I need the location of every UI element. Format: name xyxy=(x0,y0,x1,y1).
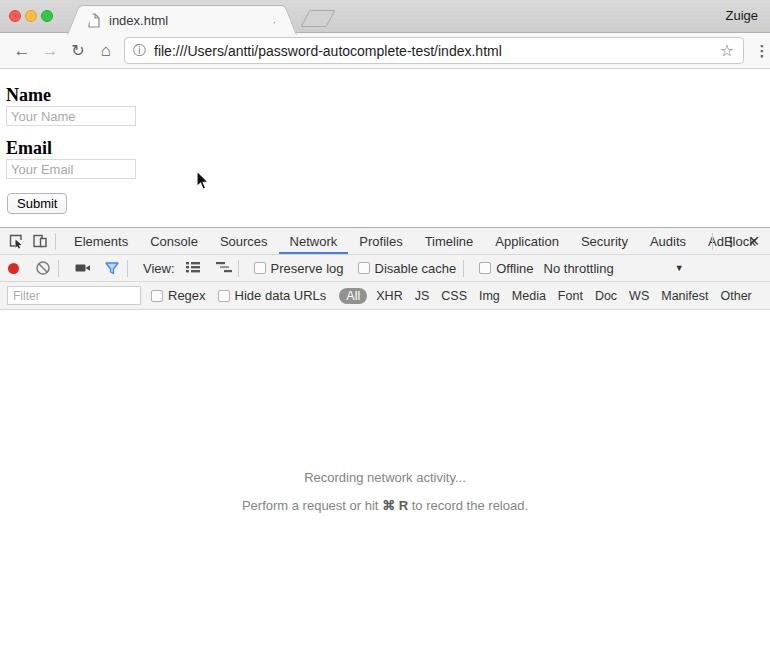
record-button[interactable] xyxy=(8,263,19,274)
nav-toolbar: ← → ↻ ⌂ ⓘ file:///Users/antti/password-a… xyxy=(0,33,770,69)
maximize-window-button[interactable] xyxy=(41,10,53,22)
devtools-tabs: ElementsConsoleSourcesNetworkProfilesTim… xyxy=(63,228,767,254)
address-bar[interactable]: ⓘ file:///Users/antti/password-autocompl… xyxy=(124,37,744,64)
email-input[interactable] xyxy=(6,159,136,179)
divider xyxy=(712,233,713,250)
waterfall-view-icon[interactable] xyxy=(215,260,231,276)
name-input[interactable] xyxy=(6,106,136,126)
resource-type-filter[interactable]: WS xyxy=(623,289,655,303)
browser-tab[interactable]: index.html × xyxy=(82,5,282,34)
bookmark-star-icon[interactable]: ☆ xyxy=(720,41,734,60)
devtools-tab[interactable]: Security xyxy=(570,228,639,254)
shortcut-key: ⌘ R xyxy=(382,498,408,513)
devtools-tab[interactable]: Audits xyxy=(639,228,697,254)
throttling-value: No throttling xyxy=(544,261,614,276)
devtools-tab[interactable]: Profiles xyxy=(348,228,413,254)
url-text[interactable]: file:///Users/antti/password-autocomplet… xyxy=(154,43,720,59)
mouse-cursor xyxy=(195,170,210,191)
resource-type-filter[interactable]: Font xyxy=(552,289,589,303)
divider xyxy=(55,233,56,250)
divider xyxy=(238,260,239,277)
hint-prefix: Perform a request or hit xyxy=(242,498,382,513)
hide-data-urls-label[interactable]: Hide data URLs xyxy=(235,288,327,303)
screenshot-camera-icon[interactable] xyxy=(74,260,90,276)
tab-close-icon[interactable]: × xyxy=(272,13,280,28)
view-label: View: xyxy=(143,261,175,276)
devtools-menu-icon[interactable]: ⋮ xyxy=(720,234,742,249)
filter-input[interactable] xyxy=(7,286,141,305)
titlebar: Zuige index.html × xyxy=(0,0,770,33)
disable-cache-checkbox[interactable] xyxy=(358,262,370,274)
page-info-icon[interactable]: ⓘ xyxy=(133,42,146,60)
network-log-area: Recording network activity... Perform a … xyxy=(0,310,770,668)
page-content: Name Email Submit xyxy=(0,69,770,227)
resource-type-filter[interactable]: Manifest xyxy=(655,289,714,303)
tab-title: index.html xyxy=(109,13,272,28)
browser-menu-icon[interactable]: ⋮ xyxy=(754,42,770,60)
forward-icon: → xyxy=(36,41,64,61)
close-window-button[interactable] xyxy=(9,10,21,22)
devtools-close-icon[interactable]: ✕ xyxy=(742,233,766,249)
devtools-tab[interactable]: Elements xyxy=(63,228,139,254)
back-icon[interactable]: ← xyxy=(8,41,36,61)
resource-type-filters: AllXHRJSCSSImgMediaFontDocWSManifestOthe… xyxy=(336,288,757,304)
devtools-tab[interactable]: Network xyxy=(279,228,349,254)
device-toolbar-icon[interactable] xyxy=(32,233,48,249)
disable-cache-label[interactable]: Disable cache xyxy=(375,261,457,276)
email-label: Email xyxy=(6,138,52,159)
submit-button[interactable]: Submit xyxy=(7,193,67,214)
divider xyxy=(58,260,59,277)
new-tab-button[interactable] xyxy=(300,10,335,27)
resource-type-filter[interactable]: All xyxy=(339,288,367,304)
devtools-tabbar: ElementsConsoleSourcesNetworkProfilesTim… xyxy=(0,228,770,255)
offline-checkbox[interactable] xyxy=(479,262,491,274)
resource-type-filter[interactable]: Media xyxy=(506,289,552,303)
devtools-panel: ElementsConsoleSourcesNetworkProfilesTim… xyxy=(0,227,770,669)
browser-window: Zuige index.html × ← → ↻ ⌂ ⓘ file:///Use… xyxy=(0,0,770,669)
filter-funnel-icon[interactable] xyxy=(104,260,120,276)
resource-type-filter[interactable]: CSS xyxy=(435,289,473,303)
resource-type-filter[interactable]: Other xyxy=(715,289,758,303)
reload-icon[interactable]: ↻ xyxy=(64,41,92,60)
hint-suffix: to record the reload. xyxy=(408,498,528,513)
hide-data-urls-checkbox[interactable] xyxy=(218,290,230,302)
network-toolbar: View: Preserve log Disable cache xyxy=(0,255,770,282)
recording-message: Recording network activity... xyxy=(0,470,770,485)
list-view-icon[interactable] xyxy=(185,260,201,276)
resource-type-filter[interactable]: Doc xyxy=(589,289,623,303)
regex-label[interactable]: Regex xyxy=(168,288,206,303)
resource-type-filter[interactable]: Img xyxy=(473,289,506,303)
preserve-log-label[interactable]: Preserve log xyxy=(271,261,344,276)
inspect-element-icon[interactable] xyxy=(8,233,24,249)
regex-checkbox[interactable] xyxy=(151,290,163,302)
clear-icon[interactable] xyxy=(35,260,51,276)
chevron-down-icon: ▼ xyxy=(675,263,684,273)
offline-label[interactable]: Offline xyxy=(496,261,533,276)
throttling-select[interactable]: No throttling ▼ xyxy=(544,261,684,276)
divider xyxy=(127,260,128,277)
devtools-tab[interactable]: Timeline xyxy=(414,228,485,254)
window-label: Zuige xyxy=(725,8,758,23)
page-favicon-icon xyxy=(88,13,100,28)
divider xyxy=(463,260,464,277)
resource-type-filter[interactable]: JS xyxy=(409,289,436,303)
devtools-tab[interactable]: Sources xyxy=(209,228,279,254)
devtools-tab[interactable]: Console xyxy=(139,228,209,254)
hint-message: Perform a request or hit ⌘ R to record t… xyxy=(0,498,770,513)
home-icon[interactable]: ⌂ xyxy=(92,41,120,61)
resource-type-filter[interactable]: XHR xyxy=(370,289,408,303)
preserve-log-checkbox[interactable] xyxy=(254,262,266,274)
name-label: Name xyxy=(6,85,51,106)
minimize-window-button[interactable] xyxy=(25,10,37,22)
devtools-tab[interactable]: Application xyxy=(484,228,570,254)
network-filterbar: Regex Hide data URLs AllXHRJSCSSImgMedia… xyxy=(0,282,770,310)
